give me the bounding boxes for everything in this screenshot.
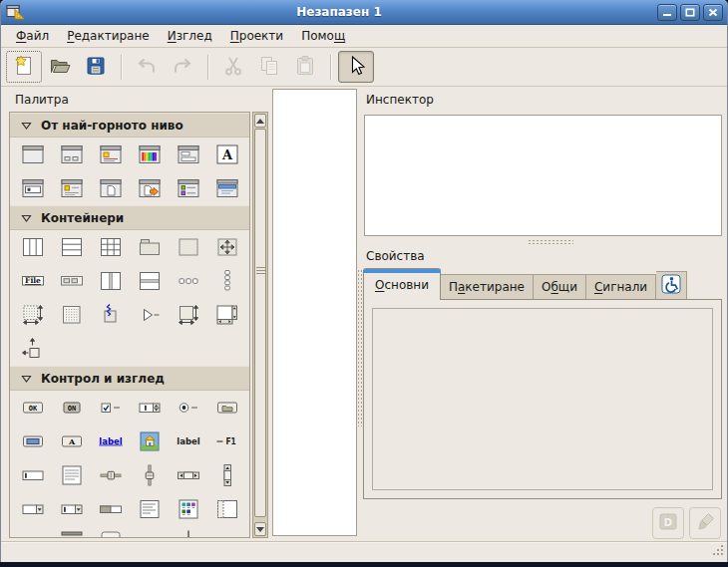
palette-item-hpaned[interactable]	[91, 266, 130, 296]
copy-button[interactable]	[251, 51, 287, 83]
palette-item-hbutton-box[interactable]	[169, 266, 207, 296]
svg-text:label: label	[177, 436, 199, 446]
tab-general[interactable]: Основни	[363, 268, 441, 300]
redo-button[interactable]	[165, 51, 200, 83]
inspector-view[interactable]	[364, 115, 722, 236]
palette-item-hbox[interactable]	[13, 232, 52, 262]
menu-projects[interactable]: Проекти	[221, 26, 292, 46]
palette-item-toggle-button[interactable]: ON	[52, 393, 91, 423]
new-button[interactable]	[6, 51, 42, 83]
menu-file[interactable]: Файл	[7, 26, 58, 46]
palette-item-radio-button[interactable]	[169, 393, 207, 423]
paste-button[interactable]	[287, 51, 323, 83]
palette-item-viewport[interactable]	[52, 300, 91, 330]
edit-widget-button[interactable]	[689, 507, 721, 539]
open-button[interactable]	[42, 51, 78, 83]
palette-item-size-box[interactable]	[169, 300, 207, 330]
palette-item-text-view[interactable]	[52, 460, 91, 490]
scroll-down-arrow[interactable]	[254, 522, 266, 536]
cut-button[interactable]	[215, 51, 251, 83]
palette-scrollbar[interactable]	[252, 112, 268, 538]
copy-icon	[257, 54, 281, 81]
palette-item-expander[interactable]	[130, 300, 169, 330]
palette-item-input-dialog[interactable]	[13, 173, 52, 203]
scrollbar-thumb[interactable]	[254, 129, 266, 517]
palette-item-progress-bar[interactable]	[91, 494, 130, 524]
palette-row	[10, 298, 249, 332]
palette-item-recent-chooser-dialog[interactable]	[169, 173, 207, 203]
palette-item-vbutton-box[interactable]	[207, 266, 246, 296]
palette-item-accel-label[interactable]: F1	[207, 426, 246, 456]
palette-item-menu-item[interactable]	[91, 528, 130, 538]
palette-item-frame[interactable]	[169, 232, 207, 262]
resize-grip[interactable]	[711, 544, 725, 560]
maximize-button[interactable]	[680, 4, 700, 21]
palette-item-vpaned[interactable]	[130, 266, 169, 296]
palette-item-hscale[interactable]	[91, 460, 130, 490]
palette-item-menu-bar[interactable]: File	[13, 266, 52, 296]
devhelp-button[interactable]: D	[652, 507, 684, 539]
palette-item-label[interactable]: label	[169, 426, 207, 456]
palette-item-color-selection-dialog[interactable]	[130, 140, 169, 169]
palette-item-about-dialog[interactable]	[52, 173, 91, 203]
palette-item-toolbar[interactable]	[52, 266, 91, 296]
palette-item-list-view[interactable]	[130, 494, 169, 524]
palette-item-color-button[interactable]	[13, 426, 52, 456]
workspace-area[interactable]	[272, 89, 357, 536]
palette-item-dialog[interactable]	[52, 140, 91, 169]
minimize-button[interactable]	[657, 4, 677, 21]
palette-item-file-selection-dialog[interactable]	[169, 140, 207, 169]
palette-item-assistant[interactable]	[207, 173, 246, 203]
palette-item-statusbar[interactable]	[52, 528, 91, 538]
palette-item-font-selection-dialog[interactable]: A	[207, 140, 246, 169]
palette-item-scrolled-window[interactable]	[207, 300, 246, 330]
tab-accessibility[interactable]	[656, 271, 687, 300]
palette-item-vbox[interactable]	[52, 232, 91, 262]
scroll-up-arrow[interactable]	[254, 114, 266, 128]
selector-button[interactable]	[338, 51, 374, 83]
palette-item-vscrollbar[interactable]	[207, 460, 246, 490]
palette-row	[10, 230, 249, 264]
palette-item-icon-view[interactable]	[169, 494, 207, 524]
save-button[interactable]	[78, 51, 114, 83]
close-button[interactable]	[703, 4, 723, 21]
palette-item-tree-view[interactable]	[207, 494, 246, 524]
palette-item-check-button[interactable]	[91, 393, 130, 423]
palette-item-file-chooser-dialog[interactable]	[91, 173, 130, 203]
palette-empty-cell	[207, 528, 246, 538]
palette-item-vscale[interactable]	[130, 460, 169, 490]
palette-item-entry[interactable]	[13, 460, 52, 490]
palette-item-combo-box[interactable]	[13, 494, 52, 524]
horizontal-pane-resize-handle[interactable]	[528, 239, 573, 245]
palette-item-link-button[interactable]: label	[91, 426, 130, 456]
palette-item-separator-item[interactable]	[169, 528, 207, 538]
palette: От най-горното нивоAКонтейнериFileКонтро…	[9, 112, 250, 538]
palette-item-combo-box-entry[interactable]	[52, 494, 91, 524]
palette-item-image[interactable]	[130, 426, 169, 456]
undo-button[interactable]	[129, 51, 165, 83]
palette-section-header-2[interactable]: Контрол и изглед	[10, 366, 249, 391]
palette-item-spin-button[interactable]	[130, 393, 169, 423]
palette-item-message-dialog[interactable]	[91, 140, 130, 169]
palette-item-scrolled-window-policy[interactable]	[13, 300, 52, 330]
tab-signals[interactable]: Сигнали	[586, 274, 656, 300]
menu-edit[interactable]: Редактиране	[58, 26, 159, 46]
palette-item-fixed[interactable]	[207, 232, 246, 262]
palette-item-font-button[interactable]: A	[52, 426, 91, 456]
menu-help[interactable]: Помощ	[292, 26, 354, 46]
tab-common[interactable]: Общи	[534, 274, 586, 300]
titlebar[interactable]: Незапазен 1	[1, 0, 727, 25]
palette-section-header-1[interactable]: Контейнери	[10, 205, 249, 230]
palette-item-hscrollbar[interactable]	[169, 460, 207, 490]
palette-item-table[interactable]	[91, 232, 130, 262]
palette-item-alignment[interactable]	[13, 334, 52, 364]
tab-packing[interactable]: Пакетиране	[441, 274, 534, 300]
palette-section-header-0[interactable]: От най-горното ниво	[10, 113, 249, 138]
menu-view[interactable]: Изглед	[159, 26, 221, 46]
palette-item-file-chooser-save-dialog[interactable]	[130, 173, 169, 203]
palette-item-button[interactable]: OK	[13, 393, 52, 423]
palette-item-file-chooser-button[interactable]	[207, 393, 246, 423]
palette-item-handle-box[interactable]	[91, 300, 130, 330]
palette-item-window[interactable]	[13, 140, 52, 169]
palette-item-notebook[interactable]	[130, 232, 169, 262]
